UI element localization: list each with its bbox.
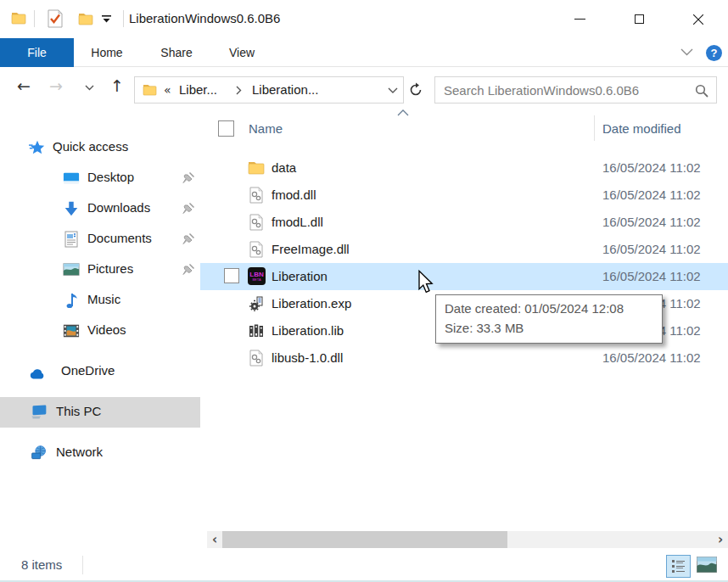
collapse-ribbon-icon[interactable] bbox=[680, 48, 693, 56]
sidebar-item-this-pc[interactable]: This PC bbox=[0, 397, 200, 428]
items-count: 8 items bbox=[21, 557, 62, 572]
file-date-modified: 16/05/2024 11:02 bbox=[602, 215, 701, 229]
pin-icon bbox=[181, 201, 196, 216]
navigation-pane: Quick access Desktop Downloads bbox=[0, 109, 200, 531]
new-folder-icon[interactable] bbox=[78, 12, 93, 25]
file-row-fmod-dll[interactable]: fmod.dll 16/05/2024 11:02 bbox=[200, 182, 728, 209]
large-icons-view-icon bbox=[697, 557, 717, 573]
lbn-badge-sub: BETA bbox=[252, 278, 260, 282]
scroll-right-button[interactable]: › bbox=[713, 531, 728, 548]
file-row-liberation[interactable]: LBN BETA Liberation 16/05/2024 11:02 bbox=[200, 263, 728, 290]
tab-view[interactable]: View bbox=[216, 38, 267, 67]
sidebar-item-videos[interactable]: Videos bbox=[0, 316, 200, 346]
dll-icon bbox=[248, 187, 265, 204]
minimize-button[interactable] bbox=[560, 0, 599, 38]
downloads-icon bbox=[63, 200, 80, 217]
row-checkbox[interactable] bbox=[224, 268, 239, 283]
pin-icon bbox=[181, 262, 196, 277]
details-view-button[interactable] bbox=[666, 555, 691, 578]
exp-icon bbox=[248, 295, 265, 312]
divider bbox=[123, 10, 124, 27]
breadcrumb-item[interactable]: Liberation... bbox=[252, 82, 318, 97]
select-all-checkbox[interactable] bbox=[218, 120, 234, 137]
divider bbox=[82, 556, 83, 574]
sidebar-item-network[interactable]: Network bbox=[0, 438, 200, 468]
file-info-tooltip: Date created: 01/05/2024 12:08 Size: 33.… bbox=[435, 294, 663, 344]
breadcrumb-chevron-icon[interactable] bbox=[236, 86, 242, 95]
properties-icon[interactable] bbox=[47, 9, 64, 28]
refresh-button[interactable] bbox=[408, 82, 423, 98]
sidebar-item-label: Quick access bbox=[53, 139, 128, 154]
music-icon bbox=[64, 292, 81, 309]
large-icons-view-button[interactable] bbox=[696, 555, 718, 574]
tab-file[interactable]: File bbox=[0, 38, 74, 67]
onedrive-icon bbox=[29, 366, 46, 383]
lib-icon bbox=[248, 322, 265, 339]
file-row-data[interactable]: data 16/05/2024 11:02 bbox=[200, 154, 728, 182]
recent-locations-icon[interactable] bbox=[85, 85, 94, 91]
column-header-date-modified[interactable]: Date modified bbox=[602, 121, 681, 136]
window-title: LiberationWindows0.6.0B6 bbox=[129, 11, 280, 25]
address-bar[interactable]: « Liber... Liberation... bbox=[134, 76, 404, 104]
up-button[interactable]: ↑ bbox=[110, 78, 124, 94]
file-row-libusb-dll[interactable]: libusb-1.0.dll 16/05/2024 11:02 bbox=[200, 344, 728, 372]
tab-home[interactable]: Home bbox=[81, 38, 132, 67]
sidebar-item-desktop[interactable]: Desktop bbox=[0, 163, 200, 193]
sidebar-item-pictures[interactable]: Pictures bbox=[0, 255, 200, 285]
breadcrumb-item[interactable]: Liber... bbox=[179, 82, 217, 97]
documents-icon bbox=[63, 231, 80, 248]
breadcrumb-overflow-button[interactable]: « bbox=[164, 83, 171, 97]
details-view-icon bbox=[671, 559, 686, 574]
pictures-icon bbox=[63, 261, 80, 278]
close-button[interactable] bbox=[679, 0, 718, 38]
forward-button[interactable]: → bbox=[49, 78, 63, 94]
network-icon bbox=[31, 445, 48, 462]
sidebar-item-quick-access[interactable]: Quick access bbox=[0, 132, 200, 163]
videos-icon bbox=[63, 322, 80, 339]
close-icon bbox=[693, 14, 703, 25]
sidebar-item-documents[interactable]: Documents bbox=[0, 224, 200, 255]
quick-access-star-icon bbox=[29, 139, 46, 156]
sidebar-item-label: Pictures bbox=[87, 261, 133, 276]
sidebar-item-downloads[interactable]: Downloads bbox=[0, 193, 200, 224]
app-folder-icon bbox=[11, 11, 26, 25]
pin-icon bbox=[181, 171, 196, 186]
explorer-window: LiberationWindows0.6.0B6 File Home Share… bbox=[0, 0, 728, 582]
qat-customize-icon[interactable] bbox=[102, 15, 111, 23]
back-button[interactable]: ← bbox=[17, 78, 31, 94]
column-divider[interactable] bbox=[594, 115, 595, 141]
file-name: Liberation.exp bbox=[272, 296, 351, 311]
file-date-modified: 16/05/2024 11:02 bbox=[602, 242, 701, 256]
file-date-modified: 16/05/2024 11:02 bbox=[602, 350, 701, 365]
file-name: FreeImage.dll bbox=[272, 242, 350, 256]
lbn-app-icon: LBN BETA bbox=[248, 267, 266, 285]
horizontal-scrollbar[interactable]: ‹ › bbox=[207, 531, 728, 548]
search-box[interactable] bbox=[434, 76, 717, 104]
address-dropdown-icon[interactable] bbox=[388, 87, 398, 94]
file-name: Liberation.lib bbox=[272, 323, 344, 338]
file-row-freeimage-dll[interactable]: FreeImage.dll 16/05/2024 11:02 bbox=[200, 236, 728, 263]
file-name: fmod.dll bbox=[272, 187, 316, 202]
navigation-bar: ← → ↑ « Liber... Liberation... bbox=[0, 67, 728, 109]
sidebar-item-label: Videos bbox=[87, 322, 126, 337]
sidebar-item-label: This PC bbox=[56, 404, 101, 418]
maximize-button[interactable] bbox=[619, 0, 658, 38]
tab-share[interactable]: Share bbox=[151, 38, 202, 67]
sort-ascending-icon[interactable] bbox=[397, 109, 409, 116]
file-row-fmodl-dll[interactable]: fmodL.dll 16/05/2024 11:02 bbox=[200, 209, 728, 236]
tooltip-size: Size: 33.3 MB bbox=[445, 318, 653, 338]
sidebar-item-onedrive[interactable]: OneDrive bbox=[0, 356, 200, 387]
status-bar: 8 items bbox=[0, 550, 728, 580]
search-icon[interactable] bbox=[695, 84, 708, 98]
column-header-name[interactable]: Name bbox=[249, 121, 283, 136]
sidebar-item-label: Desktop bbox=[87, 170, 134, 184]
scroll-left-button[interactable]: ‹ bbox=[207, 531, 222, 548]
folder-icon bbox=[248, 159, 265, 176]
search-input[interactable] bbox=[435, 77, 716, 103]
help-button[interactable]: ? bbox=[706, 45, 722, 61]
dll-icon bbox=[248, 241, 265, 258]
minimize-icon bbox=[574, 19, 585, 20]
scrollbar-thumb[interactable] bbox=[222, 531, 507, 548]
file-date-modified: 16/05/2024 11:02 bbox=[602, 269, 701, 283]
sidebar-item-music[interactable]: Music bbox=[0, 285, 200, 316]
